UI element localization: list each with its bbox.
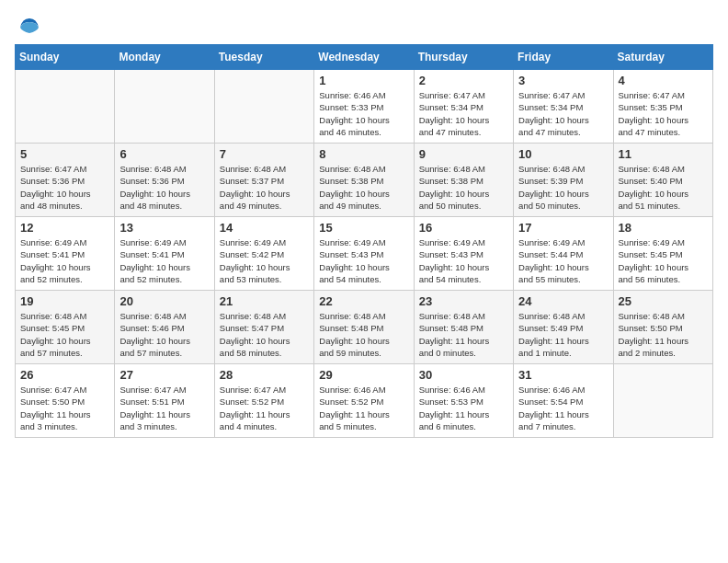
day-info: Sunrise: 6:48 AM Sunset: 5:47 PM Dayligh…	[220, 310, 309, 359]
day-number: 15	[319, 221, 408, 235]
logo-icon	[17, 15, 42, 40]
day-number: 19	[20, 294, 109, 308]
calendar-header-row: SundayMondayTuesdayWednesdayThursdayFrid…	[16, 45, 713, 70]
day-info: Sunrise: 6:49 AM Sunset: 5:41 PM Dayligh…	[20, 236, 109, 285]
day-number: 10	[518, 147, 608, 161]
day-info: Sunrise: 6:49 AM Sunset: 5:43 PM Dayligh…	[419, 236, 508, 285]
calendar-cell: 25Sunrise: 6:48 AM Sunset: 5:50 PM Dayli…	[613, 291, 712, 364]
calendar-cell: 3Sunrise: 6:47 AM Sunset: 5:34 PM Daylig…	[514, 70, 613, 144]
day-header-sunday: Sunday	[16, 45, 115, 70]
day-number: 29	[319, 368, 408, 382]
calendar-cell: 8Sunrise: 6:48 AM Sunset: 5:38 PM Daylig…	[314, 144, 414, 217]
day-number: 7	[220, 147, 309, 161]
day-info: Sunrise: 6:47 AM Sunset: 5:34 PM Dayligh…	[419, 89, 508, 138]
day-number: 2	[419, 74, 508, 87]
day-info: Sunrise: 6:48 AM Sunset: 5:36 PM Dayligh…	[119, 163, 209, 212]
calendar-cell: 2Sunrise: 6:47 AM Sunset: 5:34 PM Daylig…	[414, 70, 513, 144]
day-info: Sunrise: 6:47 AM Sunset: 5:34 PM Dayligh…	[518, 89, 608, 138]
day-info: Sunrise: 6:48 AM Sunset: 5:50 PM Dayligh…	[619, 310, 708, 359]
day-number: 23	[419, 294, 508, 308]
calendar-table: SundayMondayTuesdayWednesdayThursdayFrid…	[15, 44, 713, 438]
day-info: Sunrise: 6:46 AM Sunset: 5:54 PM Dayligh…	[518, 384, 608, 432]
logo	[15, 15, 42, 37]
day-number: 28	[220, 368, 309, 382]
day-header-saturday: Saturday	[613, 45, 712, 70]
calendar-cell: 11Sunrise: 6:48 AM Sunset: 5:40 PM Dayli…	[613, 144, 712, 217]
calendar-cell: 14Sunrise: 6:49 AM Sunset: 5:42 PM Dayli…	[214, 217, 313, 291]
day-number: 24	[518, 294, 608, 308]
day-info: Sunrise: 6:48 AM Sunset: 5:48 PM Dayligh…	[419, 310, 508, 359]
day-number: 6	[119, 147, 209, 161]
calendar-cell: 24Sunrise: 6:48 AM Sunset: 5:49 PM Dayli…	[514, 291, 613, 364]
calendar-cell: 17Sunrise: 6:49 AM Sunset: 5:44 PM Dayli…	[514, 217, 613, 291]
day-info: Sunrise: 6:46 AM Sunset: 5:53 PM Dayligh…	[419, 384, 508, 432]
calendar-cell: 21Sunrise: 6:48 AM Sunset: 5:47 PM Dayli…	[214, 291, 313, 364]
calendar-cell: 22Sunrise: 6:48 AM Sunset: 5:48 PM Dayli…	[314, 291, 414, 364]
day-info: Sunrise: 6:47 AM Sunset: 5:35 PM Dayligh…	[619, 89, 708, 138]
calendar-cell: 12Sunrise: 6:49 AM Sunset: 5:41 PM Dayli…	[16, 217, 115, 291]
day-info: Sunrise: 6:48 AM Sunset: 5:38 PM Dayligh…	[419, 163, 508, 212]
day-number: 18	[619, 221, 708, 235]
day-header-monday: Monday	[115, 45, 214, 70]
day-number: 4	[619, 74, 708, 87]
calendar-cell: 29Sunrise: 6:46 AM Sunset: 5:52 PM Dayli…	[314, 364, 414, 438]
day-header-friday: Friday	[514, 45, 613, 70]
day-info: Sunrise: 6:47 AM Sunset: 5:36 PM Dayligh…	[20, 163, 109, 212]
calendar-cell: 28Sunrise: 6:47 AM Sunset: 5:52 PM Dayli…	[214, 364, 313, 438]
day-info: Sunrise: 6:48 AM Sunset: 5:40 PM Dayligh…	[619, 163, 708, 212]
day-header-thursday: Thursday	[414, 45, 513, 70]
calendar-cell: 10Sunrise: 6:48 AM Sunset: 5:39 PM Dayli…	[514, 144, 613, 217]
calendar-cell: 7Sunrise: 6:48 AM Sunset: 5:37 PM Daylig…	[214, 144, 313, 217]
day-number: 14	[220, 221, 309, 235]
day-info: Sunrise: 6:48 AM Sunset: 5:39 PM Dayligh…	[518, 163, 608, 212]
calendar-cell: 16Sunrise: 6:49 AM Sunset: 5:43 PM Dayli…	[414, 217, 513, 291]
day-number: 20	[119, 294, 209, 308]
day-info: Sunrise: 6:48 AM Sunset: 5:49 PM Dayligh…	[518, 310, 608, 359]
day-info: Sunrise: 6:48 AM Sunset: 5:38 PM Dayligh…	[319, 163, 408, 212]
calendar-cell: 20Sunrise: 6:48 AM Sunset: 5:46 PM Dayli…	[115, 291, 214, 364]
day-number: 30	[419, 368, 508, 382]
day-number: 9	[419, 147, 508, 161]
day-number: 27	[119, 368, 209, 382]
day-number: 11	[619, 147, 708, 161]
day-info: Sunrise: 6:49 AM Sunset: 5:44 PM Dayligh…	[518, 236, 608, 285]
day-number: 22	[319, 294, 408, 308]
calendar-week-row: 19Sunrise: 6:48 AM Sunset: 5:45 PM Dayli…	[16, 291, 713, 364]
calendar-cell: 27Sunrise: 6:47 AM Sunset: 5:51 PM Dayli…	[115, 364, 214, 438]
day-number: 12	[20, 221, 109, 235]
day-number: 26	[20, 368, 109, 382]
calendar-cell	[16, 70, 115, 144]
calendar-cell: 4Sunrise: 6:47 AM Sunset: 5:35 PM Daylig…	[613, 70, 712, 144]
day-info: Sunrise: 6:49 AM Sunset: 5:43 PM Dayligh…	[319, 236, 408, 285]
calendar-cell: 6Sunrise: 6:48 AM Sunset: 5:36 PM Daylig…	[115, 144, 214, 217]
day-header-tuesday: Tuesday	[214, 45, 313, 70]
day-info: Sunrise: 6:48 AM Sunset: 5:37 PM Dayligh…	[220, 163, 309, 212]
day-number: 25	[619, 294, 708, 308]
calendar-cell: 31Sunrise: 6:46 AM Sunset: 5:54 PM Dayli…	[514, 364, 613, 438]
calendar-cell: 26Sunrise: 6:47 AM Sunset: 5:50 PM Dayli…	[16, 364, 115, 438]
day-info: Sunrise: 6:46 AM Sunset: 5:52 PM Dayligh…	[319, 384, 408, 432]
day-number: 17	[518, 221, 608, 235]
calendar-cell: 1Sunrise: 6:46 AM Sunset: 5:33 PM Daylig…	[314, 70, 414, 144]
day-number: 1	[319, 74, 408, 87]
calendar-week-row: 5Sunrise: 6:47 AM Sunset: 5:36 PM Daylig…	[16, 144, 713, 217]
calendar-cell: 5Sunrise: 6:47 AM Sunset: 5:36 PM Daylig…	[16, 144, 115, 217]
day-info: Sunrise: 6:49 AM Sunset: 5:45 PM Dayligh…	[619, 236, 708, 285]
calendar-cell	[115, 70, 214, 144]
calendar-cell: 18Sunrise: 6:49 AM Sunset: 5:45 PM Dayli…	[613, 217, 712, 291]
day-info: Sunrise: 6:48 AM Sunset: 5:45 PM Dayligh…	[20, 310, 109, 359]
day-number: 3	[518, 74, 608, 87]
day-header-wednesday: Wednesday	[314, 45, 414, 70]
day-info: Sunrise: 6:46 AM Sunset: 5:33 PM Dayligh…	[319, 89, 408, 138]
calendar-cell: 19Sunrise: 6:48 AM Sunset: 5:45 PM Dayli…	[16, 291, 115, 364]
calendar-cell: 30Sunrise: 6:46 AM Sunset: 5:53 PM Dayli…	[414, 364, 513, 438]
calendar-cell	[613, 364, 712, 438]
day-info: Sunrise: 6:48 AM Sunset: 5:46 PM Dayligh…	[119, 310, 209, 359]
day-number: 31	[518, 368, 608, 382]
day-info: Sunrise: 6:47 AM Sunset: 5:50 PM Dayligh…	[20, 384, 109, 432]
day-number: 21	[220, 294, 309, 308]
day-info: Sunrise: 6:49 AM Sunset: 5:42 PM Dayligh…	[220, 236, 309, 285]
calendar-week-row: 26Sunrise: 6:47 AM Sunset: 5:50 PM Dayli…	[16, 364, 713, 438]
day-number: 16	[419, 221, 508, 235]
calendar-cell	[214, 70, 313, 144]
